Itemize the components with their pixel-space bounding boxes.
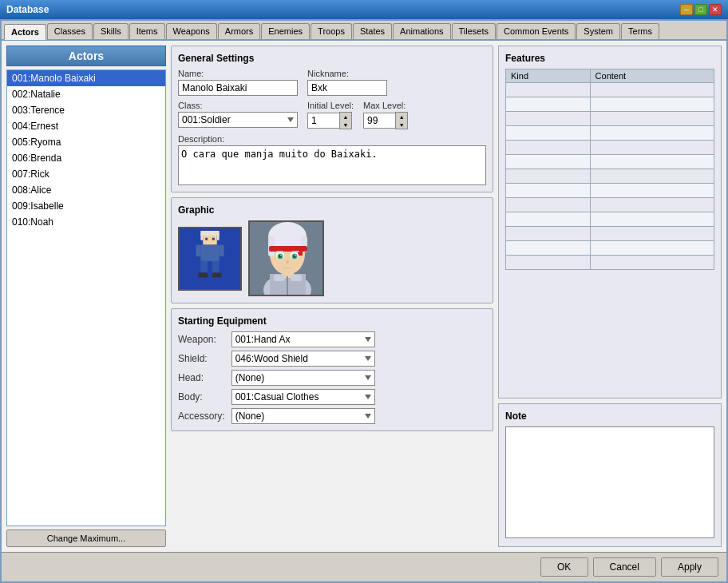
actor-item-005[interactable]: 005:Ryoma bbox=[7, 134, 165, 150]
weapon-label: Weapon: bbox=[178, 334, 225, 345]
max-level-spinner-btns: ▲ ▼ bbox=[395, 112, 408, 129]
actor-item-006[interactable]: 006:Brenda bbox=[7, 150, 165, 166]
svg-rect-1 bbox=[200, 231, 219, 236]
svg-rect-7 bbox=[196, 244, 201, 256]
nickname-label: Nickname: bbox=[307, 69, 387, 78]
note-section: Note bbox=[498, 403, 722, 547]
svg-point-33 bbox=[286, 260, 289, 264]
max-level-input[interactable] bbox=[363, 113, 395, 129]
actor-item-010[interactable]: 010:Noah bbox=[7, 214, 165, 230]
right-panel: Features Kind Content bbox=[498, 46, 722, 547]
actor-item-007[interactable]: 007:Rick bbox=[7, 166, 165, 182]
bottom-bar: OK Cancel Apply bbox=[2, 552, 726, 581]
initial-level-group: Initial Level: ▲ ▼ bbox=[307, 101, 354, 129]
features-title: Features bbox=[505, 53, 714, 64]
starting-equipment-section: Starting Equipment Weapon: 001:Hand Ax S… bbox=[171, 308, 493, 431]
svg-rect-8 bbox=[220, 244, 224, 256]
initial-level-input[interactable] bbox=[307, 113, 339, 129]
actors-list[interactable]: 001:Manolo Baixaki 002:Natalie 003:Teren… bbox=[6, 69, 166, 526]
tab-tilesets[interactable]: Tilesets bbox=[452, 23, 497, 39]
titlebar-title: Database bbox=[6, 4, 49, 15]
name-input[interactable] bbox=[178, 80, 298, 96]
actor-item-001[interactable]: 001:Manolo Baixaki bbox=[7, 70, 165, 86]
svg-rect-9 bbox=[200, 260, 208, 272]
name-label: Name: bbox=[178, 69, 298, 78]
body-label: Body: bbox=[178, 391, 225, 403]
nickname-input[interactable] bbox=[307, 80, 387, 96]
actor-item-009[interactable]: 009:Isabelle bbox=[7, 198, 165, 214]
tab-animations[interactable]: Animations bbox=[393, 23, 450, 39]
weapon-select[interactable]: 001:Hand Ax bbox=[231, 331, 375, 347]
graphic-title: Graphic bbox=[178, 204, 486, 216]
max-level-up-button[interactable]: ▲ bbox=[396, 113, 407, 121]
titlebar-controls: ─ □ ✕ bbox=[680, 4, 722, 15]
note-title: Note bbox=[505, 410, 714, 422]
accessory-label: Accessory: bbox=[178, 410, 225, 422]
features-row-12 bbox=[506, 241, 714, 256]
class-select[interactable]: 001:Soldier bbox=[178, 112, 298, 128]
face-box[interactable] bbox=[248, 220, 324, 296]
initial-level-down-button[interactable]: ▼ bbox=[340, 121, 351, 129]
sprite-svg bbox=[186, 231, 234, 287]
svg-rect-4 bbox=[205, 237, 208, 240]
cancel-button[interactable]: Cancel bbox=[593, 557, 656, 577]
features-col-kind: Kind bbox=[506, 69, 591, 83]
actor-item-004[interactable]: 004:Ernest bbox=[7, 118, 165, 134]
svg-rect-5 bbox=[212, 237, 215, 240]
maximize-button[interactable]: □ bbox=[694, 4, 707, 15]
actor-item-003[interactable]: 003:Terence bbox=[7, 102, 165, 118]
features-row-10 bbox=[506, 212, 714, 227]
svg-rect-31 bbox=[276, 251, 283, 252]
sprite-box[interactable] bbox=[178, 227, 242, 291]
actors-panel-header: Actors bbox=[6, 46, 166, 66]
initial-level-spinner-btns: ▲ ▼ bbox=[339, 112, 352, 129]
tab-states[interactable]: States bbox=[353, 23, 392, 39]
tab-troops[interactable]: Troops bbox=[311, 23, 352, 39]
actor-item-008[interactable]: 008:Alice bbox=[7, 182, 165, 198]
features-row-1 bbox=[506, 83, 714, 97]
description-group: Description: O cara que manja muito do B… bbox=[178, 134, 486, 185]
tab-skills[interactable]: Skills bbox=[93, 23, 129, 39]
initial-level-up-button[interactable]: ▲ bbox=[340, 113, 351, 121]
accessory-select[interactable]: (None) bbox=[231, 408, 375, 424]
features-row-4 bbox=[506, 126, 714, 141]
max-level-label: Max Level: bbox=[363, 101, 408, 110]
tab-weapons[interactable]: Weapons bbox=[166, 23, 217, 39]
graphic-section: Graphic bbox=[171, 197, 493, 303]
tab-actors[interactable]: Actors bbox=[4, 24, 46, 40]
apply-button[interactable]: Apply bbox=[661, 557, 718, 577]
description-textarea[interactable]: O cara que manja muito do Baixaki. bbox=[178, 145, 486, 185]
tab-armors[interactable]: Armors bbox=[218, 23, 260, 39]
main-window: Actors Classes Skills Items Weapons Armo… bbox=[0, 19, 728, 583]
tab-terms[interactable]: Terms bbox=[621, 23, 659, 39]
max-level-down-button[interactable]: ▼ bbox=[396, 121, 407, 129]
features-section: Features Kind Content bbox=[498, 46, 722, 399]
close-button[interactable]: ✕ bbox=[709, 4, 722, 15]
content-area: Actors 001:Manolo Baixaki 002:Natalie 00… bbox=[2, 41, 726, 552]
features-table-body bbox=[506, 83, 714, 270]
shield-select[interactable]: 046:Wood Shield bbox=[231, 351, 375, 367]
change-maximum-button[interactable]: Change Maximum... bbox=[6, 529, 166, 547]
svg-point-30 bbox=[295, 255, 296, 256]
body-select[interactable]: 001:Casual Clothes bbox=[231, 389, 375, 405]
tab-system[interactable]: System bbox=[576, 23, 620, 39]
class-level-row: Class: 001:Soldier Initial Level: ▲ bbox=[178, 101, 486, 129]
features-row-5 bbox=[506, 141, 714, 155]
svg-rect-36 bbox=[291, 275, 302, 281]
titlebar: Database ─ □ ✕ bbox=[0, 0, 728, 19]
tab-enemies[interactable]: Enemies bbox=[261, 23, 310, 39]
name-group: Name: bbox=[178, 69, 298, 96]
svg-rect-12 bbox=[212, 272, 222, 277]
face-svg bbox=[250, 222, 324, 296]
minimize-button[interactable]: ─ bbox=[680, 4, 693, 15]
svg-rect-32 bbox=[292, 251, 299, 252]
tab-common-events[interactable]: Common Events bbox=[497, 23, 576, 39]
tab-classes[interactable]: Classes bbox=[47, 23, 93, 39]
note-textarea[interactable] bbox=[505, 426, 714, 538]
head-select[interactable]: (None) bbox=[231, 370, 375, 386]
max-level-group: Max Level: ▲ ▼ bbox=[363, 101, 408, 129]
actor-item-002[interactable]: 002:Natalie bbox=[7, 86, 165, 102]
ok-button[interactable]: OK bbox=[540, 557, 588, 577]
shield-label: Shield: bbox=[178, 353, 225, 364]
tab-items[interactable]: Items bbox=[129, 23, 165, 39]
